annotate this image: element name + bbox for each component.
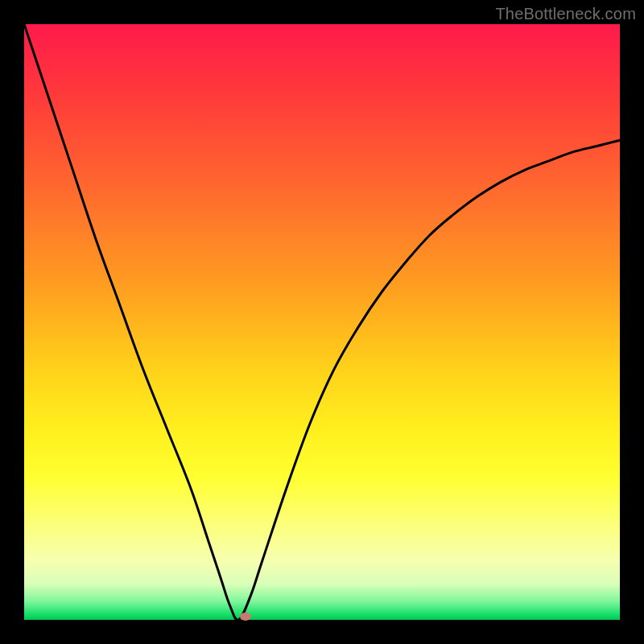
chart-frame: TheBottleneck.com [0,0,644,644]
bottleneck-curve-path [24,24,620,620]
watermark-text: TheBottleneck.com [495,5,636,23]
optimum-marker [240,613,251,621]
plot-area [24,24,620,620]
curve-svg [24,24,620,620]
